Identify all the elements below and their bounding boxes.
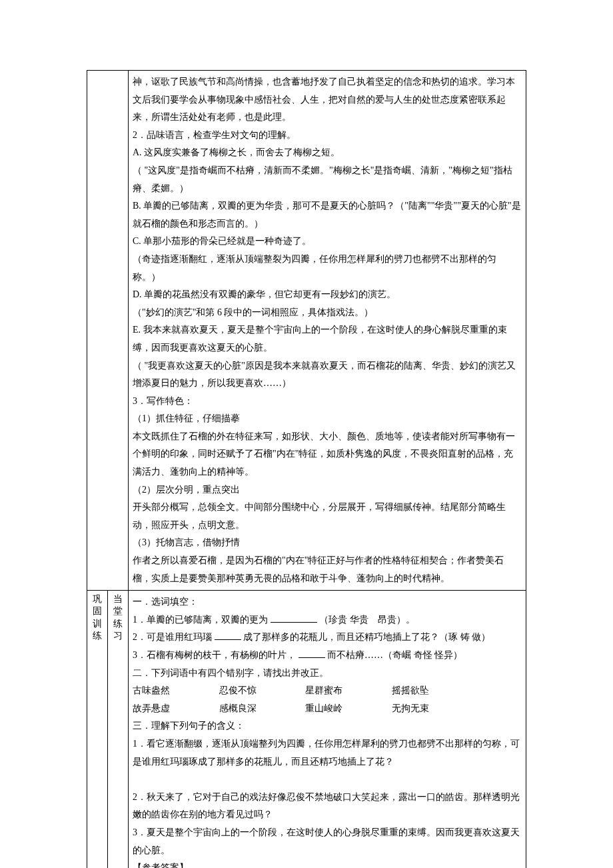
sub2-title: （2）层次分明，重点突出 bbox=[133, 481, 522, 499]
word: 星群蜜布 bbox=[305, 682, 342, 700]
word: 忍俊不惊 bbox=[219, 682, 257, 700]
sub3-title: （3）托物言志，借物抒情 bbox=[133, 534, 522, 552]
q2-suffix: 成了那样多的花瓶儿，而且还精巧地插上了花？（琢 铸 做） bbox=[243, 632, 490, 642]
comprehension-q1: 1．看它逐渐翻缀，逐渐从顶端整列为四瓣，任你用怎样犀利的劈刀也都劈不出那样的匀称… bbox=[133, 735, 522, 771]
item-d-note: （"妙幻的演艺"和第 6 段中的一词相照应，具体指戏法。） bbox=[133, 304, 522, 322]
blank-input[interactable] bbox=[299, 648, 325, 658]
vchar: 堂 bbox=[112, 605, 124, 617]
sub3-body: 作者之所以喜爱石榴，是因为石榴的"内在"特征正好与作者的性格特征相契合；作者赞美… bbox=[133, 552, 522, 587]
section-1-title: 一．选词填空： bbox=[133, 593, 522, 611]
empty-side-cell bbox=[87, 71, 129, 591]
vchar: 练 bbox=[112, 618, 124, 630]
blank-input[interactable] bbox=[271, 613, 317, 623]
q3-suffix: 而不枯瘠……（奇崛 奇怪 怪异） bbox=[327, 650, 462, 660]
comprehension-q2: 2．秋天来了，它对于自己的戏法好像忍俊不禁地破口大笑起来，露出一口的皓齿。那样透… bbox=[133, 789, 522, 824]
item-a: A. 这风度实兼备了梅柳之长，而舍去了梅柳之短。 bbox=[133, 144, 522, 162]
vchar: 固 bbox=[91, 605, 103, 617]
sub2-body: 开头部分概写，总领全文。中间部分围绕中心，分层展开，写得细腻传神。结尾部分简略生… bbox=[133, 499, 522, 534]
section-2-title: 二．下列词语中有四个错别字，请找出并改正。 bbox=[133, 665, 522, 683]
vchar: 练 bbox=[91, 630, 103, 642]
paragraph: 3．写作特色： bbox=[133, 393, 522, 411]
q1-prefix: 1．单瓣的已够陆离，双瓣的更为 bbox=[133, 615, 268, 625]
item-a-note: （ "这风度"是指奇崛而不枯瘠，清新而不柔媚。"梅柳之长"是指奇崛、清新，"梅柳… bbox=[133, 162, 522, 197]
vchar: 习 bbox=[112, 630, 124, 642]
row-label-1: 巩 固 训 练 bbox=[87, 591, 108, 868]
word-row-2: 故弄悬虚 感概良深 重山峻岭 无拘无束 bbox=[133, 700, 522, 718]
fill-blank-q2: 2．可是谁用红玛瑙 成了那样多的花瓶儿，而且还精巧地插上了花？（琢 铸 做） bbox=[133, 629, 522, 647]
word-row-1: 古味盎然 忍俊不惊 星群蜜布 摇摇欲坠 bbox=[133, 682, 522, 700]
item-e-note: （ "我更喜欢这夏天的心脏"原因是我本来就喜欢夏天，而石榴花的陆离、华贵、妙幻的… bbox=[133, 357, 522, 393]
vchar: 当 bbox=[112, 593, 124, 605]
word: 无拘无束 bbox=[392, 700, 429, 718]
paragraph: 神，讴歌了民族气节和高尚情操，也含蓄地抒发了自己执着坚定的信念和热切的追求。学习… bbox=[133, 73, 522, 127]
main-table: 神，讴歌了民族气节和高尚情操，也含蓄地抒发了自己执着坚定的信念和热切的追求。学习… bbox=[87, 70, 526, 868]
word: 故弄悬虚 bbox=[133, 700, 170, 718]
vchar: 训 bbox=[91, 618, 103, 630]
item-d: D. 单瓣的花虽然没有双瓣的豪华，但它却更有一段妙幻的演艺。 bbox=[133, 286, 522, 304]
fill-blank-q1: 1．单瓣的已够陆离，双瓣的更为 （珍贵 华贵 昂贵）。 bbox=[133, 611, 522, 629]
comprehension-q3: 3．夏天是整个宇宙向上的一个阶段，在这时使人的心身脱尽重重的束缚。因而我更喜欢这… bbox=[133, 824, 522, 859]
answer-key-heading: 【参考答案】 bbox=[133, 859, 522, 868]
word: 古味盎然 bbox=[133, 682, 170, 700]
q1-suffix: （珍贵 华贵 昂贵）。 bbox=[319, 615, 415, 625]
item-e: E. 我本来就喜欢夏天，夏天是整个宇宙向上的一个阶段，在这时使人的身心解脱尽重重… bbox=[133, 321, 522, 357]
blank-input[interactable] bbox=[215, 630, 241, 640]
item-b: B. 单瓣的已够陆离，双瓣的更为华贵，那可不是夏天的心脏吗？（"陆离""华贵""… bbox=[133, 197, 522, 233]
fill-blank-q3: 3．石榴有梅树的枝干，有杨柳的叶片， 而不枯瘠……（奇崛 奇怪 怪异） bbox=[133, 647, 522, 665]
spacer bbox=[133, 771, 522, 789]
item-c-note: （奇迹指逐渐翻红，逐渐从顶端整裂为四瓣，任你用怎样犀利的劈刀也都劈不出那样的匀称… bbox=[133, 251, 522, 286]
item-c: C. 单那小茄形的骨朵已经就是一种奇迹了。 bbox=[133, 233, 522, 251]
vchar: 巩 bbox=[91, 593, 103, 605]
lower-content-cell: 一．选词填空： 1．单瓣的已够陆离，双瓣的更为 （珍贵 华贵 昂贵）。 2．可是… bbox=[129, 591, 526, 868]
section-3-title: 三．理解下列句子的含义： bbox=[133, 717, 522, 735]
row-label-2: 当 堂 练 习 bbox=[108, 591, 129, 868]
sub1-body: 本文既抓住了石榴的外在特征来写，如形状、大小、颜色、质地等，使读者能对所写事物有… bbox=[133, 428, 522, 481]
paragraph: 2．品味语言，检查学生对文句的理解。 bbox=[133, 127, 522, 145]
word: 摇摇欲坠 bbox=[392, 682, 429, 700]
upper-content-cell: 神，讴歌了民族气节和高尚情操，也含蓄地抒发了自己执着坚定的信念和热切的追求。学习… bbox=[129, 71, 526, 591]
sub1-title: （1）抓住特征，仔细描摹 bbox=[133, 410, 522, 428]
q2-prefix: 2．可是谁用红玛瑙 bbox=[133, 632, 212, 642]
q3-prefix: 3．石榴有梅树的枝干，有杨柳的叶片， bbox=[133, 650, 296, 660]
document-page: 神，讴歌了民族气节和高尚情操，也含蓄地抒发了自己执着坚定的信念和热切的追求。学习… bbox=[0, 0, 613, 868]
word: 感概良深 bbox=[219, 700, 257, 718]
word: 重山峻岭 bbox=[305, 700, 342, 718]
